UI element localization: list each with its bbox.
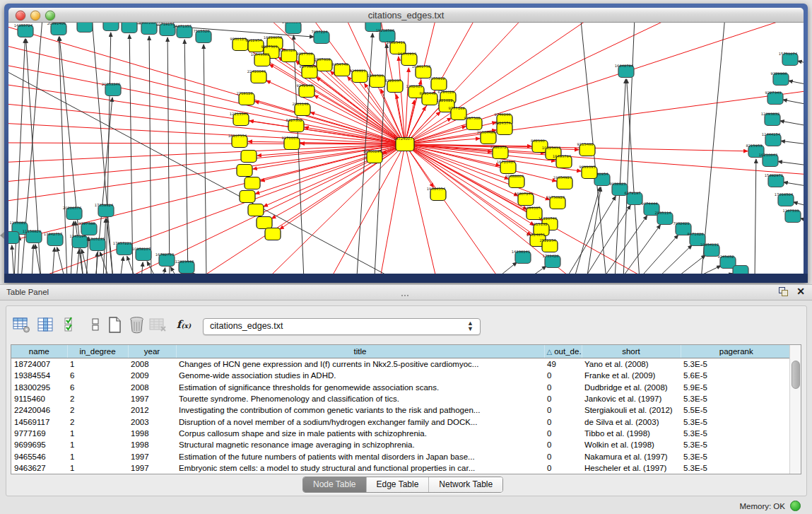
table-cell[interactable]: 19384554: [11, 370, 67, 381]
table-cell[interactable]: 9463627: [11, 462, 67, 474]
table-cell[interactable]: 2008: [128, 358, 176, 370]
table-cell[interactable]: Disruption of a novel member of a sodium…: [176, 416, 544, 427]
table-cell[interactable]: 1: [67, 439, 128, 450]
table-row[interactable]: 911546021997Tourette syndrome. Phenomeno…: [11, 393, 792, 404]
column-header-year[interactable]: year: [128, 345, 176, 358]
table-cell[interactable]: 5.5E-5: [681, 404, 792, 416]
column-header-name[interactable]: name: [11, 345, 67, 358]
table-cell[interactable]: 0: [544, 439, 582, 450]
table-cell[interactable]: Investigating the contribution of common…: [176, 404, 544, 416]
table-cell[interactable]: 9115460: [11, 393, 67, 404]
tab-network-table[interactable]: Network Table: [429, 477, 502, 492]
memory-status-icon[interactable]: [790, 501, 801, 511]
graph-node[interactable]: [103, 23, 119, 31]
table-cell[interactable]: Embryonic stem cells: a model to study s…: [176, 462, 544, 474]
graph-node[interactable]: [241, 151, 257, 163]
network-canvas[interactable]: 1405572420691406106532871527602946616010…: [8, 23, 804, 274]
float-panel-icon[interactable]: [779, 287, 788, 296]
graph-node[interactable]: [245, 177, 260, 189]
table-cell[interactable]: 1997: [128, 450, 176, 462]
table-cell[interactable]: 1997: [128, 462, 176, 474]
table-cell[interactable]: de Silva et al. (2003): [582, 416, 681, 427]
table-cell[interactable]: 0: [544, 428, 582, 439]
table-cell[interactable]: Dudbridge et al. (2008): [582, 382, 681, 393]
table-cell[interactable]: 9699695: [11, 439, 67, 450]
table-cell[interactable]: Estimation of significance thresholds fo…: [176, 382, 544, 393]
table-cell[interactable]: 2: [67, 404, 128, 416]
table-mode-icon[interactable]: [11, 315, 31, 334]
table-cell[interactable]: 0: [544, 416, 582, 427]
table-panel-header[interactable]: Table Panel ✕: [0, 284, 812, 300]
table-row[interactable]: 969969511998Structural magnetic resonanc…: [11, 439, 792, 450]
table-row[interactable]: 946362711997Embryonic stem cells: a mode…: [11, 462, 792, 474]
table-cell[interactable]: Structural magnetic resonance image aver…: [176, 439, 544, 450]
table-cell[interactable]: 5.3E-5: [681, 416, 792, 427]
table-cell[interactable]: Tourette syndrome. Phenomenology and cla…: [176, 393, 544, 404]
splitter-grip[interactable]: [401, 294, 409, 298]
table-cell[interactable]: 1: [67, 428, 128, 439]
table-cell[interactable]: Franke et al. (2009): [582, 370, 681, 381]
table-cell[interactable]: 5.3E-5: [681, 462, 792, 474]
column-header-out-de-[interactable]: △out_de...: [544, 345, 582, 358]
table-row[interactable]: 1456911722003Disruption of a novel membe…: [11, 416, 792, 427]
new-column-icon[interactable]: [105, 315, 124, 334]
table-cell[interactable]: 5.3E-5: [681, 450, 792, 462]
graph-node[interactable]: [122, 23, 137, 33]
graph-node[interactable]: [8, 232, 19, 244]
graph-node[interactable]: [265, 228, 281, 240]
table-cell[interactable]: Corpus callosum shape and size in male p…: [176, 428, 544, 439]
table-cell[interactable]: Nakamura et al. (1997): [582, 450, 681, 462]
clear-selection-icon[interactable]: [86, 315, 105, 334]
graph-node[interactable]: [248, 204, 264, 216]
splitter-collapse-icon[interactable]: [0, 232, 4, 239]
table-cell[interactable]: Changes of HCN gene expression and I(f) …: [176, 358, 544, 370]
table-row[interactable]: 977716911998Corpus callosum shape and si…: [11, 428, 792, 439]
table-cell[interactable]: 0: [544, 450, 582, 462]
tab-edge-table[interactable]: Edge Table: [367, 477, 430, 492]
select-all-icon[interactable]: [61, 315, 81, 334]
table-cell[interactable]: 5.3E-5: [681, 358, 792, 370]
table-cell[interactable]: Wolkin et al. (1998): [582, 439, 681, 450]
table-scrollbar[interactable]: [789, 345, 801, 474]
graph-node[interactable]: [733, 266, 748, 274]
table-cell[interactable]: Genome-wide association studies in ADHD.: [176, 370, 544, 381]
table-cell[interactable]: 1: [67, 462, 128, 474]
table-cell[interactable]: 2003: [128, 416, 176, 427]
graph-node[interactable]: [286, 23, 301, 34]
table-cell[interactable]: 1997: [128, 393, 176, 404]
table-row[interactable]: 1830029562008Estimation of significance …: [11, 382, 792, 393]
table-row[interactable]: 946554611997Estimation of the future num…: [11, 450, 792, 462]
table-cell[interactable]: 5.3E-5: [681, 393, 792, 404]
table-cell[interactable]: 5.3E-5: [681, 428, 792, 439]
table-cell[interactable]: 5.6E-5: [681, 370, 792, 381]
table-cell[interactable]: 14569117: [11, 416, 67, 427]
table-row[interactable]: 1938455462009Genome-wide association stu…: [11, 370, 792, 381]
table-cell[interactable]: 22420046: [11, 404, 67, 416]
close-panel-icon[interactable]: ✕: [796, 287, 805, 296]
table-cell[interactable]: 6: [67, 382, 128, 393]
network-window-titlebar[interactable]: citations_edges.txt: [8, 8, 804, 23]
graph-node[interactable]: [240, 191, 255, 203]
table-cell[interactable]: Yano et al. (2008): [582, 358, 681, 370]
table-cell[interactable]: 1998: [128, 428, 176, 439]
table-cell[interactable]: 5.3E-5: [681, 439, 792, 450]
table-cell[interactable]: 9465546: [11, 450, 67, 462]
table-cell[interactable]: 1: [67, 450, 128, 462]
table-cell[interactable]: 1: [67, 358, 128, 370]
table-cell[interactable]: Estimation of the future numbers of pati…: [176, 450, 544, 462]
delete-column-icon[interactable]: [126, 315, 146, 334]
show-column-icon[interactable]: [36, 315, 56, 334]
column-header-short[interactable]: short: [582, 345, 681, 358]
table-cell[interactable]: 0: [544, 393, 582, 404]
column-header-title[interactable]: title: [176, 345, 544, 358]
table-cell[interactable]: Tibbo et al. (1998): [582, 428, 681, 439]
table-cell[interactable]: 6: [67, 370, 128, 381]
column-header-pagerank[interactable]: pagerank: [681, 345, 792, 358]
function-builder-icon[interactable]: f(x): [174, 315, 194, 334]
node-table[interactable]: namein_degreeyeartitle△out_de...shortpag…: [11, 344, 801, 474]
table-cell[interactable]: 1998: [128, 439, 176, 450]
table-row[interactable]: 1872400712008Changes of HCN gene express…: [11, 358, 792, 370]
table-row[interactable]: 2242004622012Investigating the contribut…: [11, 404, 792, 416]
tab-node-table[interactable]: Node Table: [303, 477, 367, 492]
table-cell[interactable]: 0: [544, 382, 582, 393]
